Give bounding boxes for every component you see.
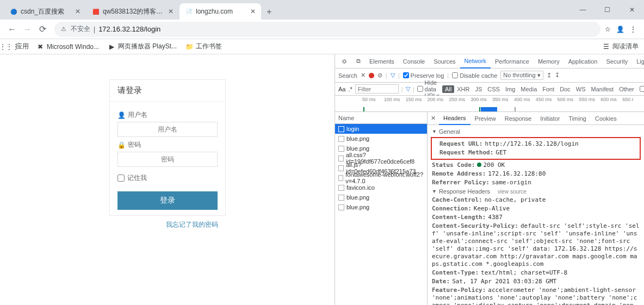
request-list: Name loginblue.pngblue.pngall.css?id=199… bbox=[335, 112, 428, 305]
bookmark-item[interactable]: ✖ Microsoft Windo... bbox=[36, 43, 99, 51]
type-filter-img[interactable]: Img bbox=[503, 85, 518, 93]
tab-network[interactable]: Network bbox=[460, 54, 491, 69]
minimize-button[interactable]: — bbox=[571, 0, 595, 20]
label-text: 密码 bbox=[128, 140, 141, 150]
browser-tab[interactable]: 🔵 csdn_百度搜索 ✕ bbox=[4, 3, 86, 20]
insecure-label: 不安全 bbox=[71, 24, 90, 34]
tab-application[interactable]: Application bbox=[564, 54, 602, 69]
header-value: http://172.16.32.128/login bbox=[485, 140, 578, 147]
tab-headers[interactable]: Headers bbox=[439, 112, 470, 125]
tab-security[interactable]: Security bbox=[602, 54, 632, 69]
network-timeline[interactable]: 50 ms100 ms150 ms200 ms250 ms300 ms350 m… bbox=[335, 96, 644, 112]
type-filter-doc[interactable]: Doc bbox=[557, 85, 573, 93]
profile-icon[interactable]: 👤 bbox=[616, 26, 624, 33]
type-filter-xhr[interactable]: XHR bbox=[454, 85, 472, 93]
close-icon[interactable]: ✕ bbox=[250, 8, 256, 15]
apps-button[interactable]: ⋮⋮⋮ 应用 bbox=[5, 42, 29, 51]
filter-input[interactable] bbox=[355, 84, 399, 94]
column-header-name[interactable]: Name bbox=[335, 112, 427, 124]
user-icon: 👤 bbox=[117, 111, 126, 119]
network-toolbar: Search ✕ ⊘ | ▽ | Preserve log | Disable … bbox=[335, 69, 644, 83]
tab-performance[interactable]: Performance bbox=[491, 54, 534, 69]
tab-lighthouse[interactable]: Lighthouse bbox=[632, 54, 644, 69]
inspect-icon[interactable]: ⯐ bbox=[337, 54, 352, 69]
download-icon[interactable]: ↧ bbox=[555, 72, 560, 79]
tab-preview[interactable]: Preview bbox=[470, 112, 500, 125]
close-icon[interactable]: ✕ bbox=[168, 8, 174, 15]
reading-list-button[interactable]: ☰ 阅读清单 bbox=[602, 42, 639, 51]
tab-cookies[interactable]: Cookies bbox=[591, 112, 621, 125]
tab-memory[interactable]: Memory bbox=[534, 54, 564, 69]
section-general[interactable]: ▼General bbox=[428, 127, 644, 136]
funnel-icon[interactable]: ▽ bbox=[406, 85, 410, 92]
status-dot-icon bbox=[477, 163, 481, 167]
regex-icon[interactable]: .* bbox=[348, 86, 352, 92]
tab-elements[interactable]: Elements bbox=[365, 54, 399, 69]
type-filter-ws[interactable]: WS bbox=[573, 85, 589, 93]
new-tab-button[interactable]: + bbox=[262, 4, 277, 20]
header-value: Keep-Alive bbox=[474, 205, 510, 212]
request-row[interactable]: fontawesome-webfont.woff2?v=4.7.0 bbox=[335, 173, 427, 183]
back-button[interactable]: ← bbox=[4, 22, 20, 37]
login-button[interactable]: 登录 bbox=[117, 191, 218, 210]
request-name: fontawesome-webfont.woff2?v=4.7.0 bbox=[345, 171, 424, 184]
request-row[interactable]: blue.png bbox=[335, 192, 427, 202]
file-icon bbox=[338, 165, 344, 171]
request-row[interactable]: blue.png bbox=[335, 202, 427, 212]
type-filter-media[interactable]: Media bbox=[518, 85, 540, 93]
bookmark-icon: ▶ bbox=[108, 43, 115, 51]
browser-tab-active[interactable]: 📄 longzhu.com ✕ bbox=[179, 3, 261, 20]
username-input[interactable] bbox=[117, 122, 218, 137]
browser-tab[interactable]: 🟥 qw5838132的博客_CSDN博客-... ✕ bbox=[86, 3, 179, 20]
type-filter-manifest[interactable]: Manifest bbox=[589, 85, 617, 93]
tab-timing[interactable]: Timing bbox=[564, 112, 591, 125]
record-icon[interactable] bbox=[369, 73, 374, 78]
upload-icon[interactable]: ↥ bbox=[547, 72, 552, 79]
checkbox-input[interactable] bbox=[117, 175, 125, 182]
bookmark-item[interactable]: ▶ 网页播放器 PlaySt... bbox=[108, 42, 177, 51]
device-icon[interactable]: ⧉ bbox=[352, 54, 365, 69]
header-key: Feature-Policy: bbox=[432, 287, 486, 294]
clear-icon[interactable]: ⊘ bbox=[377, 72, 382, 79]
tab-sources[interactable]: Sources bbox=[429, 54, 460, 69]
list-icon: ☰ bbox=[602, 43, 610, 51]
type-filter-font[interactable]: Font bbox=[540, 85, 557, 93]
bookmark-star-icon[interactable]: ☆ bbox=[605, 26, 611, 33]
type-filter-all[interactable]: All bbox=[442, 85, 454, 93]
reading-list-label: 阅读清单 bbox=[612, 42, 639, 51]
password-input[interactable] bbox=[117, 152, 218, 167]
close-details-icon[interactable]: ✕ bbox=[431, 115, 436, 122]
type-filter-css[interactable]: CSS bbox=[485, 85, 503, 93]
type-filter-js[interactable]: JS bbox=[473, 85, 485, 93]
tab-initiator[interactable]: Initiator bbox=[536, 112, 564, 125]
url-input[interactable]: ⚠ 不安全 | 172.16.32.128/login bbox=[54, 22, 600, 37]
close-window-button[interactable]: ✕ bbox=[620, 0, 644, 20]
case-icon[interactable]: Aa bbox=[338, 86, 345, 92]
disable-cache-checkbox[interactable]: Disable cache bbox=[452, 72, 497, 79]
bookmark-item[interactable]: 📁 工作书签 bbox=[185, 42, 222, 51]
request-row[interactable]: login bbox=[335, 124, 427, 134]
header-key: Status Code: bbox=[432, 161, 475, 169]
request-row[interactable]: blue.png bbox=[335, 134, 427, 144]
menu-icon[interactable]: ⋮ bbox=[630, 26, 636, 33]
maximize-button[interactable]: ☐ bbox=[595, 0, 620, 20]
close-search-icon[interactable]: ✕ bbox=[361, 72, 366, 79]
tab-console[interactable]: Console bbox=[399, 54, 429, 69]
reload-button[interactable]: ⟳ bbox=[35, 22, 50, 37]
preserve-log-checkbox[interactable]: Preserve log bbox=[403, 72, 444, 79]
label-text: 用户名 bbox=[128, 110, 147, 120]
forward-button[interactable]: → bbox=[20, 22, 35, 37]
header-key: Referrer Policy: bbox=[432, 179, 490, 186]
type-filter-other[interactable]: Other bbox=[616, 85, 637, 93]
file-icon bbox=[338, 185, 344, 191]
close-icon[interactable]: ✕ bbox=[75, 8, 81, 15]
filter-toggle-icon[interactable]: ▽ bbox=[391, 72, 395, 79]
view-source-link[interactable]: view source bbox=[498, 189, 527, 195]
forgot-password-link[interactable]: 我忘记了我的密码 bbox=[166, 221, 218, 228]
bookmark-label: Microsoft Windo... bbox=[47, 43, 99, 51]
section-response-headers[interactable]: ▼Response Headersview source bbox=[428, 187, 644, 196]
tab-response[interactable]: Response bbox=[500, 112, 536, 125]
favicon-icon: 🔵 bbox=[10, 8, 17, 15]
throttling-select[interactable]: No throttling ▾ bbox=[500, 71, 543, 80]
remember-checkbox[interactable]: 记住我 bbox=[117, 173, 218, 183]
